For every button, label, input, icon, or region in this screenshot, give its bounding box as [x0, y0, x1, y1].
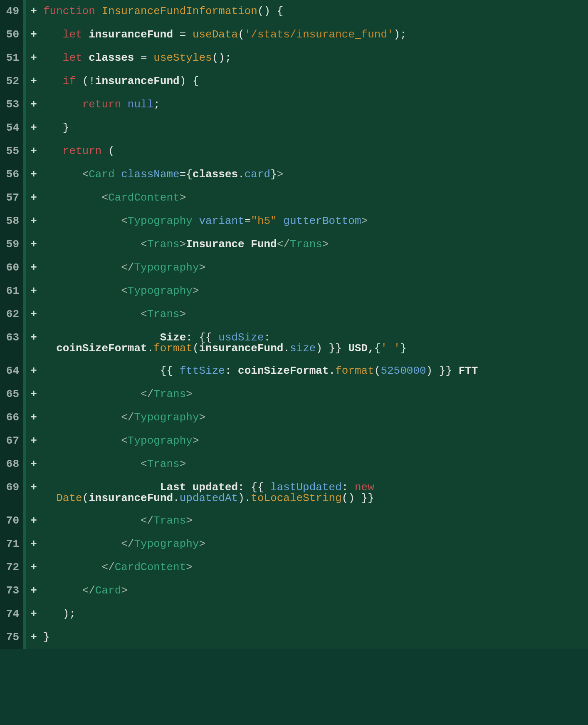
- diff-line[interactable]: 75+}: [0, 626, 588, 649]
- diff-line[interactable]: 73+ </Card>: [0, 579, 588, 603]
- line-number: 54: [0, 117, 23, 140]
- code-content[interactable]: <Typography>: [42, 280, 588, 303]
- diff-sign: +: [26, 256, 42, 280]
- diff-line[interactable]: 57+ <CardContent>: [0, 186, 588, 210]
- code-token: =: [245, 215, 251, 227]
- code-token: <: [141, 308, 147, 320]
- diff-line[interactable]: 65+ </Trans>: [0, 383, 588, 406]
- code-content[interactable]: Last updated: {{ lastUpdated: new Date(i…: [42, 476, 588, 509]
- code-content[interactable]: }: [42, 117, 588, 140]
- code-content[interactable]: Size: {{ usdSize: coinSizeFormat.format(…: [42, 326, 588, 360]
- code-token: return: [82, 98, 121, 111]
- code-token: coinSizeFormat: [56, 342, 147, 355]
- diff-line[interactable]: 60+ </Typography>: [0, 256, 588, 280]
- line-number: 51: [0, 47, 23, 70]
- diff-sign: +: [26, 303, 42, 326]
- code-token: ).: [238, 492, 251, 504]
- diff-line[interactable]: 72+ </CardContent>: [0, 556, 588, 579]
- diff-line[interactable]: 62+ <Trans>: [0, 303, 588, 326]
- code-content[interactable]: <Card className={classes.card}>: [42, 163, 588, 186]
- diff-sign: +: [26, 210, 42, 233]
- diff-line[interactable]: 49+function InsuranceFundInformation() {: [0, 0, 588, 23]
- code-content[interactable]: return null;: [42, 93, 588, 117]
- code-token: Trans: [153, 514, 186, 527]
- code-content[interactable]: <Trans>Insurance Fund</Trans>: [42, 233, 588, 256]
- diff-line[interactable]: 52+ if (!insuranceFund) {: [0, 70, 588, 93]
- code-token: }: [63, 122, 69, 134]
- code-token: return: [63, 145, 102, 157]
- code-content[interactable]: let classes = useStyles();: [42, 47, 588, 70]
- diff-line[interactable]: 56+ <Card className={classes.card}>: [0, 163, 588, 186]
- diff-line[interactable]: 74+ );: [0, 603, 588, 626]
- diff-line[interactable]: 66+ </Typography>: [0, 406, 588, 430]
- diff-line[interactable]: 64+ {{ fttSize: coinSizeFormat.format(52…: [0, 360, 588, 383]
- diff-line[interactable]: 55+ return (: [0, 140, 588, 163]
- code-content[interactable]: </Typography>: [42, 406, 588, 430]
- code-token: updatedAt: [180, 492, 238, 504]
- code-token: <: [121, 215, 128, 227]
- code-token: fttSize: [180, 365, 225, 377]
- code-content[interactable]: <Trans>: [42, 303, 588, 326]
- diff-line[interactable]: 59+ <Trans>Insurance Fund</Trans>: [0, 233, 588, 256]
- code-token: >: [193, 285, 199, 297]
- diff-line[interactable]: 63+ Size: {{ usdSize: coinSizeFormat.for…: [0, 326, 588, 360]
- code-token: >: [180, 238, 186, 251]
- line-number: 67: [0, 430, 23, 453]
- diff-sign: +: [26, 23, 42, 47]
- line-number: 75: [0, 626, 23, 649]
- code-token: Trans: [147, 458, 180, 470]
- code-content[interactable]: </Typography>: [42, 533, 588, 556]
- line-number: 58: [0, 210, 23, 233]
- diff-line[interactable]: 54+ }: [0, 117, 588, 140]
- diff-sign: +: [26, 603, 42, 626]
- code-content[interactable]: </Typography>: [42, 256, 588, 280]
- code-content[interactable]: <Typography variant="h5" gutterBottom>: [42, 210, 588, 233]
- diff-viewer[interactable]: 49+function InsuranceFundInformation() {…: [0, 0, 588, 649]
- diff-line[interactable]: 68+ <Trans>: [0, 453, 588, 476]
- code-content[interactable]: if (!insuranceFund) {: [42, 70, 588, 93]
- line-number: 64: [0, 360, 23, 383]
- code-token: ) {: [180, 75, 199, 87]
- code-content[interactable]: <Typography>: [42, 430, 588, 453]
- code-token: <: [141, 238, 147, 251]
- code-token: .: [329, 365, 336, 377]
- diff-line[interactable]: 61+ <Typography>: [0, 280, 588, 303]
- code-token: :: [225, 365, 238, 377]
- diff-line[interactable]: 53+ return null;: [0, 93, 588, 117]
- code-token: CardContent: [115, 561, 186, 574]
- code-token: );: [394, 28, 407, 41]
- code-content[interactable]: <Trans>: [42, 453, 588, 476]
- code-content[interactable]: );: [42, 603, 588, 626]
- code-token: let: [63, 52, 82, 64]
- code-token: >: [199, 411, 205, 424]
- diff-line[interactable]: 71+ </Typography>: [0, 533, 588, 556]
- code-token: {: [374, 342, 381, 355]
- code-content[interactable]: </CardContent>: [42, 556, 588, 579]
- diff-line[interactable]: 58+ <Typography variant="h5" gutterBotto…: [0, 210, 588, 233]
- code-content[interactable]: <CardContent>: [42, 186, 588, 210]
- diff-line[interactable]: 70+ </Trans>: [0, 509, 588, 533]
- code-token: </: [101, 561, 114, 574]
- code-content[interactable]: </Trans>: [42, 383, 588, 406]
- code-token: if: [63, 75, 76, 87]
- code-token: '/stats/insurance_fund': [245, 28, 394, 41]
- diff-sign: +: [26, 233, 42, 256]
- diff-line[interactable]: 67+ <Typography>: [0, 430, 588, 453]
- diff-line[interactable]: 51+ let classes = useStyles();: [0, 47, 588, 70]
- line-number: 69: [0, 476, 23, 509]
- code-content[interactable]: function InsuranceFundInformation() {: [42, 0, 588, 23]
- code-content[interactable]: </Trans>: [42, 509, 588, 533]
- diff-line[interactable]: 69+ Last updated: {{ lastUpdated: new Da…: [0, 476, 588, 509]
- line-number: 72: [0, 556, 23, 579]
- code-content[interactable]: {{ fttSize: coinSizeFormat.format(525000…: [42, 360, 588, 383]
- code-token: insuranceFund: [199, 342, 284, 355]
- code-content[interactable]: }: [42, 626, 588, 649]
- diff-line[interactable]: 50+ let insuranceFund = useData('/stats/…: [0, 23, 588, 47]
- code-token: Typography: [134, 411, 199, 424]
- code-content[interactable]: return (: [42, 140, 588, 163]
- code-token: ' ': [380, 342, 400, 355]
- code-token: FTT: [459, 365, 478, 377]
- code-content[interactable]: let insuranceFund = useData('/stats/insu…: [42, 23, 588, 47]
- code-token: </: [82, 584, 95, 597]
- code-content[interactable]: </Card>: [42, 579, 588, 603]
